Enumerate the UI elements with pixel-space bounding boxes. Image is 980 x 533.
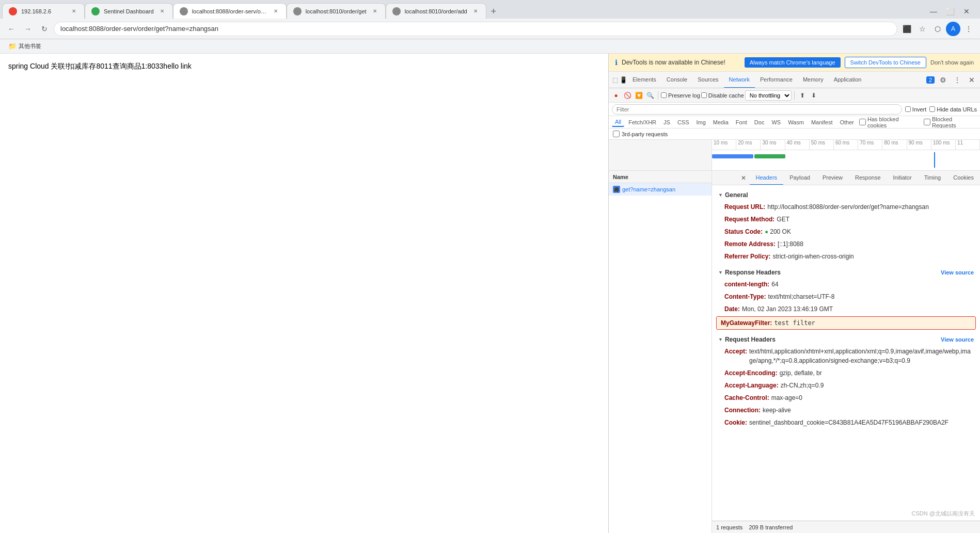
tab-close-3[interactable]: ✕: [272, 7, 280, 15]
header-tab-response[interactable]: Response: [849, 171, 887, 185]
close-panel-button[interactable]: ✕: [737, 172, 750, 184]
response-view-source[interactable]: View source: [941, 269, 974, 276]
tab-favicon-3: [180, 7, 188, 15]
preserve-log-label[interactable]: Preserve log: [661, 92, 700, 99]
import-button[interactable]: ⬆: [797, 90, 808, 101]
header-tab-timing[interactable]: Timing: [918, 171, 947, 185]
switch-language-button[interactable]: Switch DevTools to Chinese: [845, 57, 926, 68]
search-button[interactable]: 🔍: [645, 90, 655, 101]
type-all[interactable]: All: [612, 118, 624, 127]
request-item-get[interactable]: ⬛ get?name=zhangsan: [609, 183, 712, 196]
export-button[interactable]: ⬇: [809, 90, 819, 101]
cast-icon[interactable]: ⬛: [899, 22, 914, 36]
menu-icon[interactable]: ⋮: [961, 22, 976, 36]
inspect-icon[interactable]: ⬚: [611, 76, 619, 84]
type-css[interactable]: CSS: [674, 118, 692, 126]
tab-memory[interactable]: Memory: [798, 72, 829, 88]
settings-icon[interactable]: ⚙: [937, 74, 949, 86]
response-headers-section[interactable]: Response Headers View source: [712, 267, 980, 278]
status-bar: 1 requests 209 B transferred: [712, 521, 980, 533]
close-devtools-icon[interactable]: ✕: [966, 74, 978, 86]
new-tab-button[interactable]: +: [486, 4, 501, 19]
tab-network[interactable]: Network: [724, 72, 755, 88]
tab-elements[interactable]: Elements: [627, 72, 661, 88]
type-manifest[interactable]: Manifest: [808, 118, 836, 126]
invert-checkbox-label[interactable]: Invert: [905, 106, 927, 112]
third-party-label[interactable]: 3rd-party requests: [613, 131, 668, 137]
request-headers-section[interactable]: Request Headers View source: [712, 334, 980, 345]
invert-checkbox[interactable]: [905, 106, 911, 112]
tab-close-1[interactable]: ✕: [70, 7, 78, 15]
hide-data-urls-label[interactable]: Hide data URLs: [929, 106, 977, 112]
disable-cache-label[interactable]: Disable cache: [701, 92, 744, 99]
header-tab-preview[interactable]: Preview: [816, 171, 849, 185]
filter-toggle-button[interactable]: 🔽: [634, 90, 644, 101]
request-view-source[interactable]: View source: [941, 336, 974, 343]
clear-button[interactable]: 🚫: [622, 90, 633, 101]
type-js[interactable]: JS: [660, 118, 673, 126]
third-party-checkbox[interactable]: [613, 131, 620, 137]
tab-close-5[interactable]: ✕: [471, 7, 480, 15]
header-tab-payload[interactable]: Payload: [783, 171, 816, 185]
tab-localhost-8010-add[interactable]: localhost:8010/order/add ✕: [386, 3, 486, 19]
dont-show-again-link[interactable]: Don't show again: [930, 59, 974, 66]
header-referrer-policy: Referrer Policy: strict-origin-when-cros…: [712, 250, 980, 263]
devtools-overflow: 2 ⚙ ⋮ ✕: [926, 74, 978, 86]
tab-performance[interactable]: Performance: [755, 72, 798, 88]
filter-input[interactable]: [612, 104, 902, 115]
disable-cache-checkbox[interactable]: [701, 92, 707, 98]
type-ws[interactable]: WS: [768, 118, 784, 126]
more-options-icon[interactable]: ⋮: [951, 74, 963, 86]
type-img[interactable]: Img: [693, 118, 709, 126]
close-window-button[interactable]: ✕: [959, 4, 974, 19]
tab-close-4[interactable]: ✕: [371, 7, 379, 15]
address-input[interactable]: [54, 22, 897, 36]
minimize-button[interactable]: —: [926, 4, 941, 19]
tab-localhost-8010-get[interactable]: localhost:8010/order/get ✕: [287, 3, 386, 19]
header-date: Date: Mon, 02 Jan 2023 13:46:19 GMT: [712, 303, 980, 315]
type-doc[interactable]: Doc: [751, 118, 768, 126]
tab-sentinel[interactable]: Sentinel Dashboard ✕: [85, 3, 173, 19]
header-cache-control: Cache-Control: max-age=0: [712, 392, 980, 404]
device-icon[interactable]: 📱: [619, 76, 627, 84]
type-wasm[interactable]: Wasm: [785, 118, 807, 126]
tab-close-2[interactable]: ✕: [158, 7, 166, 15]
tick-60: 60 ms: [834, 140, 858, 150]
blocked-cookies-checkbox[interactable]: [859, 119, 866, 125]
bookmark-other[interactable]: 📁 其他书签: [4, 41, 45, 51]
request-count: 1 requests: [716, 524, 742, 530]
tab-sources[interactable]: Sources: [692, 72, 723, 88]
match-language-button[interactable]: Always match Chrome's language: [745, 57, 841, 68]
type-font[interactable]: Font: [733, 118, 750, 126]
header-tab-initiator[interactable]: Initiator: [887, 171, 918, 185]
throttle-select[interactable]: No throttling: [745, 90, 792, 101]
tab-application[interactable]: Application: [829, 72, 867, 88]
record-button[interactable]: ●: [611, 90, 621, 101]
refresh-button[interactable]: ↻: [37, 22, 52, 36]
header-tab-cookies[interactable]: Cookies: [947, 171, 980, 185]
blocked-requests-checkbox[interactable]: [924, 119, 930, 125]
general-section-header[interactable]: General: [712, 189, 980, 201]
type-fetch-xhr[interactable]: Fetch/XHR: [625, 118, 659, 126]
timeline-bars: [712, 152, 980, 168]
preserve-log-checkbox[interactable]: [661, 92, 667, 98]
back-button[interactable]: ←: [4, 22, 19, 36]
header-accept: Accept: text/html,application/xhtml+xml,…: [712, 345, 980, 367]
blocked-requests-label[interactable]: Blocked Requests: [924, 116, 977, 128]
bookmark-icon[interactable]: ☆: [915, 22, 929, 36]
tab-192[interactable]: 192.168.2.6 ✕: [2, 3, 85, 19]
maximize-button[interactable]: ⬜: [943, 4, 957, 19]
hide-data-urls-checkbox[interactable]: [929, 106, 935, 112]
tab-console[interactable]: Console: [661, 72, 692, 88]
devtools-notification: ℹ DevTools is now available in Chinese! …: [609, 54, 980, 72]
forward-button[interactable]: →: [21, 22, 35, 36]
tab-localhost-8088[interactable]: localhost:8088/order-serv/ord... ✕: [173, 3, 287, 19]
type-media[interactable]: Media: [710, 118, 732, 126]
extensions-icon[interactable]: ⬡: [930, 22, 945, 36]
blocked-cookies-label[interactable]: Has blocked cookies: [859, 116, 919, 128]
header-tab-headers[interactable]: Headers: [750, 171, 784, 185]
tab-title-1: 192.168.2.6: [21, 8, 66, 14]
csdn-watermark: CSDN @北城以南没有天: [912, 510, 975, 518]
type-other[interactable]: Other: [836, 118, 857, 126]
profile-icon[interactable]: A: [946, 22, 960, 36]
